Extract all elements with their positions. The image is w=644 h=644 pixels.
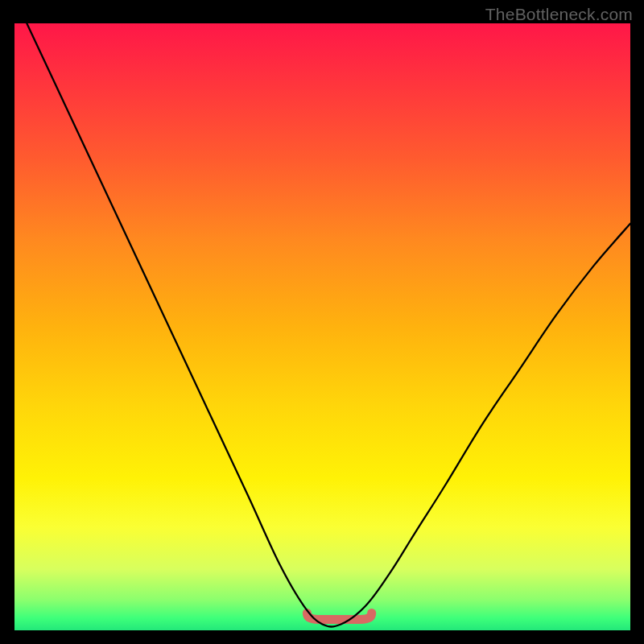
watermark-text: TheBottleneck.com bbox=[485, 5, 633, 24]
chart-frame: TheBottleneck.com bbox=[0, 0, 644, 644]
curve-svg bbox=[14, 23, 630, 630]
flat-bottom-marker bbox=[307, 613, 371, 619]
plot-area bbox=[14, 23, 630, 630]
bottleneck-curve bbox=[27, 23, 630, 627]
